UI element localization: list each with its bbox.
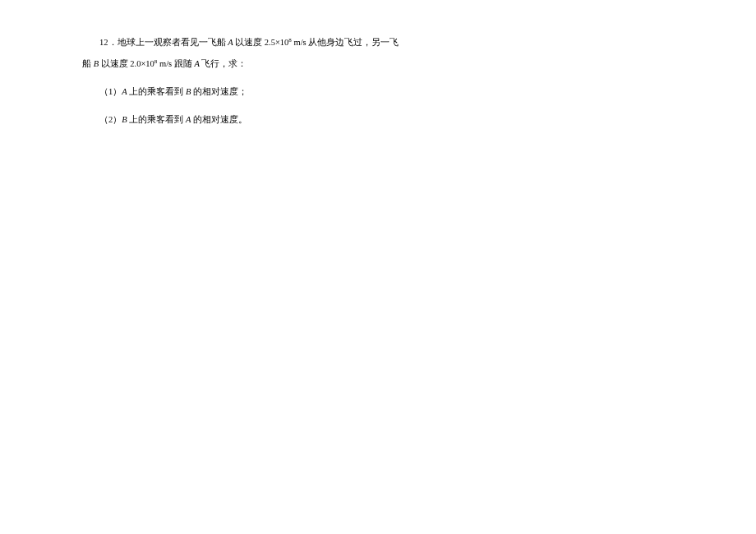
text-fragment: 上的乘客看到 <box>127 87 186 96</box>
sub-label: （1） <box>99 87 122 96</box>
text-fragment: 飞行，求： <box>200 59 247 68</box>
sub-label: （2） <box>99 115 122 124</box>
text-fragment: 上的乘客看到 <box>127 115 186 124</box>
document-page: 12．地球上一观察者看见一飞船 A 以速度 2.5×108 m/s 从他身边飞过… <box>0 0 756 128</box>
text-fragment: 地球上一观察者看见一飞船 <box>118 38 228 47</box>
problem-line-2: 船 B 以速度 2.0×108 m/s 跟随 A 飞行，求： <box>82 56 674 72</box>
text-fragment: 的相对速度； <box>191 87 247 96</box>
subproblem-2: （2）B 上的乘客看到 A 的相对速度。 <box>82 112 674 128</box>
text-fragment: m/s 跟随 <box>157 59 194 68</box>
text-fragment: 船 <box>82 59 94 68</box>
subproblem-1: （1）A 上的乘客看到 B 的相对速度； <box>82 84 674 100</box>
text-fragment: 以速度 2.0×10 <box>99 59 154 68</box>
problem-line-1: 12．地球上一观察者看见一飞船 A 以速度 2.5×108 m/s 从他身边飞过… <box>82 35 674 51</box>
text-fragment: m/s 从他身边飞过，另一飞 <box>292 38 399 47</box>
problem-number: 12． <box>99 38 118 47</box>
text-fragment: 的相对速度。 <box>191 115 247 124</box>
text-fragment: 以速度 2.5×10 <box>233 38 289 47</box>
